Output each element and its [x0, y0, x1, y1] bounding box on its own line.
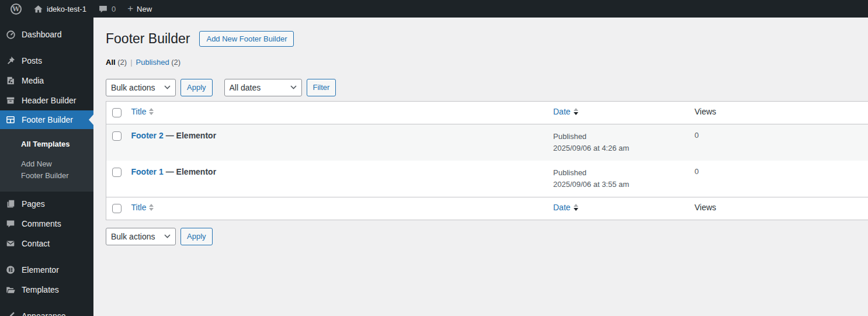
- envelope-icon: [5, 238, 16, 249]
- page-header: Footer Builder Add New Footer Builder: [106, 30, 868, 48]
- table-header: Title Date Views: [106, 101, 868, 124]
- sidebar-item-footer-builder[interactable]: Footer Builder: [0, 110, 93, 129]
- dates-filter-select[interactable]: All dates: [224, 79, 302, 96]
- apply-button-bottom[interactable]: Apply: [180, 228, 213, 245]
- sidebar-label: Comments: [22, 219, 61, 228]
- sidebar-label: Footer Builder: [22, 115, 73, 124]
- footer-builder-submenu: All Templates Add New Footer Builder: [0, 129, 93, 192]
- select-all-checkbox-bottom[interactable]: [112, 204, 121, 213]
- sidebar-item-comments[interactable]: Comments: [0, 214, 93, 234]
- sidebar-label: Templates: [22, 285, 59, 294]
- pages-icon: [5, 198, 16, 210]
- post-state-label: — Elementor: [166, 131, 216, 140]
- table-grid-icon: [5, 114, 16, 126]
- wp-logo-menu[interactable]: W: [5, 0, 27, 18]
- new-content-menu[interactable]: + New: [121, 0, 158, 18]
- sort-by-title-link[interactable]: Title: [131, 203, 154, 212]
- sidebar-label: Appearance: [22, 311, 66, 316]
- sidebar-item-pages[interactable]: Pages: [0, 194, 93, 214]
- apply-button-top[interactable]: Apply: [180, 79, 213, 96]
- admin-bar: W ideko-test-1 0 + New: [0, 0, 868, 18]
- table-row: Footer 2— Elementor Published 2025/09/06…: [106, 124, 868, 161]
- sort-arrows-icon: [149, 108, 154, 115]
- sidebar-label: Header Builder: [22, 96, 76, 105]
- sort-arrows-icon: [149, 204, 154, 211]
- sidebar-item-contact[interactable]: Contact: [0, 234, 93, 254]
- sidebar-item-posts[interactable]: Posts: [0, 51, 93, 71]
- sort-by-title-link[interactable]: Title: [131, 107, 154, 116]
- row-title-link[interactable]: Footer 2: [131, 131, 164, 140]
- views-column-footer: Views: [695, 197, 868, 220]
- menu-separator: [0, 300, 93, 306]
- site-name-label: ideko-test-1: [47, 5, 86, 13]
- home-icon: [33, 4, 43, 14]
- sidebar-label: Media: [22, 76, 44, 85]
- sort-by-date-link[interactable]: Date: [553, 203, 578, 212]
- sidebar-item-templates[interactable]: Templates: [0, 280, 93, 300]
- row-date: 2025/09/06 at 4:26 am: [553, 143, 689, 154]
- sidebar-label: Pages: [22, 199, 45, 209]
- sidebar-item-appearance[interactable]: Appearance: [0, 306, 93, 316]
- sidebar-label: Contact: [22, 239, 50, 248]
- sidebar-label: Dashboard: [22, 30, 62, 39]
- select-all-checkbox-top[interactable]: [112, 108, 121, 117]
- folder-icon: [5, 284, 16, 296]
- sidebar-item-elementor[interactable]: Elementor: [0, 260, 93, 280]
- submenu-add-new-footer-builder[interactable]: Add New Footer Builder: [0, 154, 76, 186]
- comment-bubble-icon: [98, 4, 108, 14]
- filter-published-count: (2): [171, 58, 180, 67]
- pushpin-icon: [5, 55, 16, 67]
- sidebar-item-dashboard[interactable]: Dashboard: [0, 25, 93, 44]
- row-views: 0: [695, 124, 868, 161]
- new-label: New: [137, 5, 152, 13]
- comments-menu[interactable]: 0: [92, 0, 121, 18]
- paintbrush-icon: [5, 310, 16, 316]
- filter-button[interactable]: Filter: [307, 79, 336, 96]
- table-row: Footer 1— Elementor Published 2025/09/06…: [106, 161, 868, 197]
- row-checkbox[interactable]: [112, 168, 121, 177]
- page-title: Footer Builder: [106, 30, 190, 48]
- date-column-footer: Date: [553, 203, 571, 212]
- admin-sidebar: Dashboard Posts Media Header Builder Foo…: [0, 18, 93, 316]
- post-state-label: — Elementor: [166, 167, 216, 176]
- archive-box-icon: [5, 95, 16, 106]
- row-views: 0: [695, 161, 868, 197]
- site-name-link[interactable]: ideko-test-1: [27, 0, 92, 18]
- views-column-header: Views: [695, 101, 868, 124]
- menu-separator: [0, 44, 93, 51]
- filter-all-count: (2): [117, 58, 127, 67]
- table-toolbar-bottom: Bulk actions Apply: [106, 228, 868, 245]
- filter-separator: |: [130, 58, 132, 67]
- title-column-header: Title: [131, 107, 147, 116]
- footer-builder-list-table: Title Date Views Footer 2— Elementor: [106, 101, 868, 220]
- filter-all-link[interactable]: All (2): [106, 58, 127, 67]
- row-checkbox[interactable]: [112, 131, 121, 141]
- sidebar-label: Posts: [22, 56, 42, 65]
- comment-count: 0: [112, 5, 116, 13]
- gauge-icon: [5, 29, 16, 40]
- filter-published-link[interactable]: Published (2): [136, 58, 181, 67]
- row-status: Published: [553, 131, 689, 143]
- comment-bubble-icon: [5, 218, 16, 230]
- sidebar-label: Elementor: [22, 265, 59, 275]
- row-date: 2025/09/06 at 3:55 am: [553, 179, 689, 190]
- sidebar-item-media[interactable]: Media: [0, 71, 93, 91]
- plus-icon: +: [127, 4, 133, 13]
- media-icon: [5, 75, 16, 86]
- submenu-all-templates[interactable]: All Templates: [0, 134, 93, 154]
- sort-arrows-icon: [574, 204, 578, 211]
- sidebar-item-header-builder[interactable]: Header Builder: [0, 91, 93, 110]
- menu-separator: [0, 254, 93, 260]
- bulk-actions-select-bottom[interactable]: Bulk actions: [106, 228, 176, 245]
- sort-by-date-link[interactable]: Date: [553, 107, 578, 116]
- bulk-actions-select[interactable]: Bulk actions: [106, 79, 176, 96]
- wordpress-logo-icon: W: [11, 4, 22, 15]
- row-status: Published: [553, 167, 689, 179]
- elementor-icon: [5, 264, 16, 276]
- status-filter-links: All (2) | Published (2): [106, 58, 868, 67]
- filter-published-label: Published: [136, 58, 169, 67]
- table-footer: Title Date Views: [106, 197, 868, 220]
- filter-all-label: All: [106, 58, 116, 67]
- row-title-link[interactable]: Footer 1: [131, 167, 164, 176]
- add-new-footer-builder-button[interactable]: Add New Footer Builder: [199, 31, 294, 47]
